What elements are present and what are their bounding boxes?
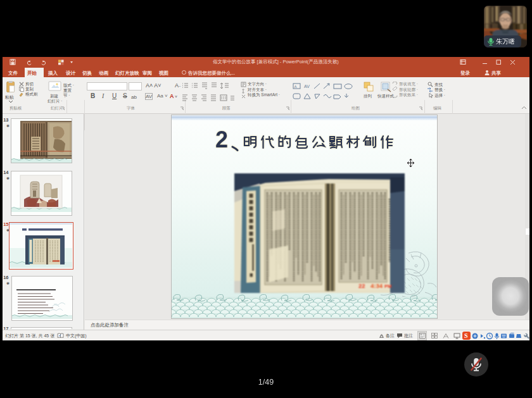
svg-text:22: 22 — [358, 282, 365, 289]
svg-text:A: A — [294, 85, 297, 89]
svg-text:AV: AV — [304, 84, 310, 89]
svg-text:PM: PM — [384, 283, 391, 289]
svg-text:朱万曙: 朱万曙 — [496, 38, 515, 45]
svg-text:4:34: 4:34 — [370, 282, 383, 289]
svg-text:2: 2 — [215, 127, 228, 152]
